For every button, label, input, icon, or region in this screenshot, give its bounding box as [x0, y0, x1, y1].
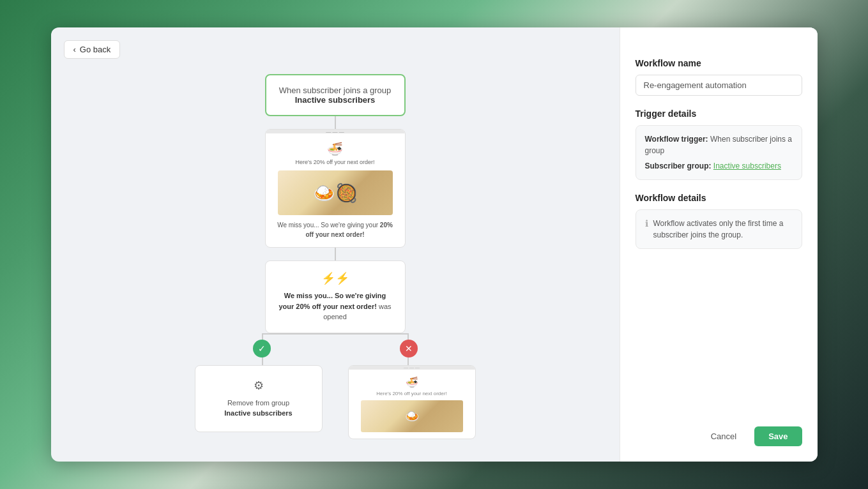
email-body-plain: We miss you... So we're giving your — [277, 222, 378, 229]
branch-no-badge[interactable]: ✕ — [400, 340, 418, 357]
workflow-name-label: Workflow name — [636, 58, 802, 68]
trigger-text-plain: When subscriber joins a group — [279, 86, 392, 95]
trigger-node[interactable]: When subscriber joins a group Inactive s… — [265, 74, 406, 116]
trigger-row1-label: Workflow trigger: — [645, 135, 708, 144]
branch-h-line — [262, 333, 409, 335]
email-node-right[interactable]: — — — 🍜 Here's 20% off your next order! … — [348, 365, 476, 439]
bottom-actions: Cancel Save — [636, 426, 802, 446]
email-node[interactable]: — — — 🍜 Here's 20% off your next order! … — [265, 129, 406, 248]
food-img-small: 🍛 — [361, 400, 463, 432]
go-back-button[interactable]: ‹ Go back — [64, 40, 121, 59]
branch-yes-badge[interactable]: ✓ — [253, 340, 271, 357]
food-icon-right: 🍛 — [405, 409, 419, 423]
right-panel: Workflow name Trigger details Workflow t… — [620, 27, 818, 462]
email-body-text: We miss you... So we're giving your 20% … — [273, 220, 397, 239]
workflow-details-box: ℹ Workflow activates only the first time… — [636, 209, 802, 249]
condition-icon: ⚡⚡ — [276, 271, 395, 285]
workflow-details-text: Workflow activates only the first time a… — [653, 218, 793, 241]
email-preview-inner-right: 🍜 Here's 20% off your next order! 🍛 — [349, 370, 475, 439]
main-container: ‹ Go back When subscriber joins a group … — [51, 27, 818, 462]
x-icon: ✕ — [405, 343, 413, 354]
branch-lines: ✓ ✕ — [188, 333, 482, 365]
email-logo: 🍜 — [327, 141, 343, 156]
action-icon: ⚙ — [206, 379, 312, 393]
workflow-name-input[interactable] — [636, 75, 802, 96]
info-icon: ℹ — [645, 218, 648, 229]
save-label: Save — [768, 432, 788, 441]
food-icon: 🍛🥘 — [313, 183, 358, 204]
action-text-plain: Remove from group — [227, 399, 289, 407]
email-image-placeholder: 🍛🥘 — [278, 170, 393, 215]
save-button[interactable]: Save — [754, 426, 802, 446]
action-text-bold: Inactive subscribers — [224, 409, 292, 417]
email-subject-right: Here's 20% off your next order! — [376, 391, 446, 396]
action-text: Remove from group Inactive subscribers — [206, 398, 312, 419]
subscriber-group-link[interactable]: Inactive subscribers — [713, 162, 781, 170]
left-panel: ‹ Go back When subscriber joins a group … — [51, 27, 620, 462]
connector-line-1 — [335, 116, 336, 129]
trigger-row-2: Subscriber group: Inactive subscribers — [645, 160, 793, 172]
workflow-details-title: Workflow details — [636, 193, 802, 203]
cancel-label: Cancel — [711, 432, 736, 441]
trigger-row-1: Workflow trigger: When subscriber joins … — [645, 133, 793, 156]
email-subject: Here's 20% off your next order! — [295, 159, 374, 165]
connector-line-2 — [335, 248, 336, 260]
workflow-canvas: When subscriber joins a group Inactive s… — [64, 74, 607, 439]
trigger-details-box: Workflow trigger: When subscriber joins … — [636, 125, 802, 180]
email-preview: 🍜 Here's 20% off your next order! 🍛🥘 We … — [266, 133, 405, 247]
trigger-text-bold: Inactive subscribers — [295, 95, 376, 105]
trigger-details-title: Trigger details — [636, 109, 802, 119]
chevron-left-icon: ‹ — [73, 45, 76, 54]
branch-row: ⚙ Remove from group Inactive subscribers… — [188, 365, 482, 439]
cancel-button[interactable]: Cancel — [699, 426, 748, 446]
condition-node[interactable]: ⚡⚡ We miss you... So we're giving your 2… — [265, 260, 406, 333]
trigger-row2-label: Subscriber group: — [645, 162, 712, 170]
condition-text: We miss you... So we're giving your 20% … — [276, 290, 395, 322]
condition-bold: We miss you... So we're giving your 20% … — [278, 292, 386, 310]
email-logo-right: 🍜 — [406, 376, 418, 388]
check-icon: ✓ — [258, 343, 266, 354]
action-node[interactable]: ⚙ Remove from group Inactive subscribers — [195, 365, 323, 432]
go-back-label: Go back — [80, 45, 110, 54]
